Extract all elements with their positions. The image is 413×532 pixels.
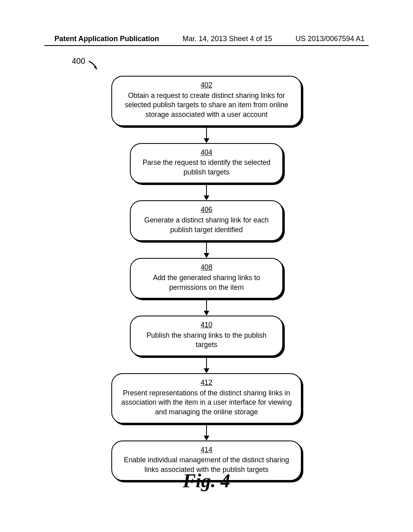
flow-step-number: 412 xyxy=(119,378,294,388)
header-rule xyxy=(44,45,369,46)
flow-step-number: 414 xyxy=(119,445,294,455)
flow-step-text: Generate a distinct sharing link for eac… xyxy=(144,216,269,234)
flow-step-text: Publish the sharing links to the publish… xyxy=(146,331,267,349)
flow-step-text: Present representations of the distinct … xyxy=(121,389,292,416)
flow-arrow-icon xyxy=(206,241,207,258)
flow-step-404: 404Parse the request to identify the sel… xyxy=(130,143,283,184)
flow-step-402: 402Obtain a request to create distinct s… xyxy=(111,76,302,126)
flow-arrow-icon xyxy=(206,299,207,316)
reference-arrow-icon xyxy=(88,60,99,72)
header-publication: Patent Application Publication xyxy=(54,35,159,43)
flow-step-406: 406Generate a distinct sharing link for … xyxy=(130,200,283,241)
flowchart: 402Obtain a request to create distinct s… xyxy=(0,76,413,481)
flow-step-text: Add the generated sharing links to permi… xyxy=(153,274,260,291)
flow-arrow-icon xyxy=(206,183,207,200)
flow-arrow-icon xyxy=(206,126,207,143)
figure-ref-number: 400 xyxy=(72,56,85,66)
flow-arrow-icon xyxy=(206,356,207,373)
page-header: Patent Application Publication Mar. 14, … xyxy=(0,35,413,43)
flow-step-number: 410 xyxy=(138,320,275,330)
header-pubnum: US 2013/0067594 A1 xyxy=(296,35,365,43)
flow-step-text: Parse the request to identify the select… xyxy=(142,158,270,176)
flow-step-number: 404 xyxy=(138,148,275,158)
flow-step-number: 406 xyxy=(138,205,275,215)
flow-step-text: Obtain a request to create distinct shar… xyxy=(125,91,288,118)
flow-step-410: 410Publish the sharing links to the publ… xyxy=(130,316,283,356)
flow-arrow-icon xyxy=(206,424,207,441)
flow-step-number: 402 xyxy=(119,81,294,90)
header-date-sheet: Mar. 14, 2013 Sheet 4 of 15 xyxy=(183,35,272,43)
flow-step-412: 412Present representations of the distin… xyxy=(111,373,302,424)
figure-caption: Fig. 4 xyxy=(0,470,413,492)
flow-step-number: 408 xyxy=(138,263,275,272)
flow-step-408: 408Add the generated sharing links to pe… xyxy=(130,258,283,299)
